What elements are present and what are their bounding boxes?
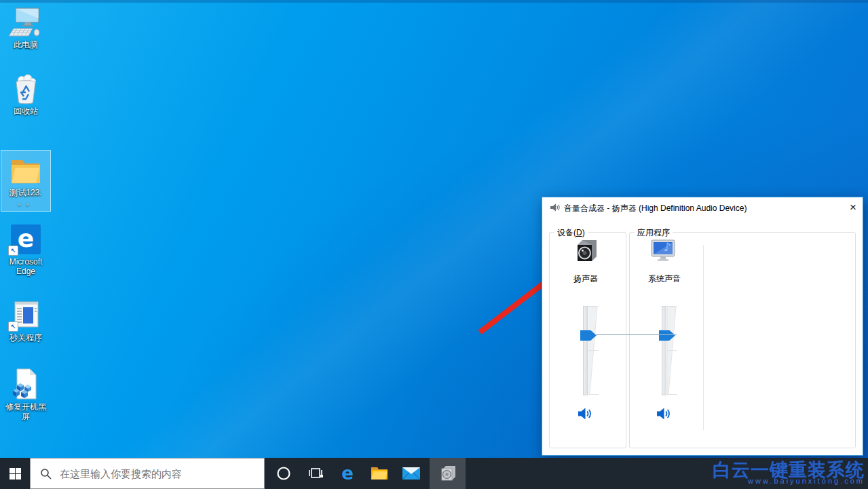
windows-logo-icon [10, 468, 21, 480]
icon-label-line2: 。。 [1, 197, 50, 207]
icon-label: 秒关程序 [0, 333, 52, 343]
slider-tick-top [667, 306, 677, 307]
shortcut-arrow-icon: ↖ [8, 321, 18, 332]
slider-tick-mid [667, 350, 677, 351]
taskbar: e [0, 458, 868, 489]
volume-slider-speakers[interactable] [574, 306, 604, 395]
recycle-bin-icon [0, 72, 52, 104]
desktop-icon-microsoft-edge[interactable]: e ↖ Microsoft Edge [0, 222, 52, 276]
device-group-label: 设备(D) [554, 227, 588, 239]
icon-label-line2: Edge [0, 267, 52, 276]
desktop-icon-this-pc[interactable]: 此电脑 [0, 5, 52, 50]
mute-button-speakers[interactable] [577, 406, 595, 423]
registry-file-icon [0, 368, 52, 400]
edge-icon: e [337, 463, 358, 484]
start-button[interactable] [0, 458, 30, 489]
slider-wedge [588, 307, 599, 395]
desktop: 此电脑 回收站 测试123. [0, 0, 868, 489]
speaker-app-icon [438, 464, 457, 483]
speaker-device-icon[interactable] [572, 238, 599, 269]
taskbar-mail-button[interactable] [395, 458, 427, 489]
folder-icon [1, 153, 50, 186]
taskbar-volume-mixer-button-active[interactable] [430, 458, 466, 489]
slider-track[interactable] [583, 306, 588, 395]
edge-icon: e ↖ [0, 222, 52, 255]
slider-tick-bottom [588, 394, 599, 395]
slider-wedge [667, 307, 677, 395]
taskbar-search[interactable] [30, 458, 265, 489]
slider-tick-top [588, 306, 599, 307]
icon-label: 此电脑 [0, 40, 52, 50]
volume-mixer-window: 音量合成器 - 扬声器 (High Definition Audio Devic… [542, 197, 863, 456]
slider-track[interactable] [662, 306, 666, 395]
application-column-divider [703, 245, 704, 430]
desktop-icon-fix-boot-black-screen[interactable]: 修复开机黑 屏 [0, 368, 52, 421]
mail-icon [402, 466, 421, 481]
applications-group-label: 应用程序 [635, 227, 673, 239]
icon-label: Microsoft [0, 257, 52, 267]
master-level-link-line [595, 334, 677, 335]
close-button[interactable]: × [845, 200, 861, 215]
task-view-button[interactable] [299, 458, 331, 489]
svg-text:♪: ♪ [664, 240, 671, 254]
window-titlebar[interactable]: 音量合成器 - 扬声器 (High Definition Audio Devic… [542, 197, 863, 218]
channel-label-system-sounds: 系统声音 [627, 273, 702, 285]
desktop-icon-folder-test123[interactable]: 测试123. 。。 [1, 151, 50, 211]
file-explorer-icon [370, 465, 389, 482]
icon-label-line2: 屏 [0, 412, 52, 421]
svg-text:e: e [18, 224, 34, 252]
shortcut-arrow-icon: ↖ [8, 246, 18, 256]
desktop-icon-miaoguan-chengxu[interactable]: ↖ 秒关程序 [0, 298, 52, 343]
cortana-button[interactable] [267, 458, 299, 489]
window-speaker-icon [550, 203, 560, 215]
mute-button-system-sounds[interactable] [656, 406, 673, 423]
device-label-post: ) [582, 228, 585, 237]
search-input[interactable] [58, 467, 264, 480]
channel-label-speakers: 扬声器 [548, 273, 623, 285]
slider-tick-mid [588, 350, 599, 351]
desktop-icon-recycle-bin[interactable]: 回收站 [0, 72, 52, 116]
search-icon [40, 468, 52, 480]
cortana-icon [276, 466, 291, 481]
taskbar-edge-button[interactable]: e [331, 458, 363, 489]
volume-slider-system-sounds[interactable] [653, 306, 683, 395]
svg-text:e: e [341, 463, 354, 484]
task-view-icon [307, 466, 324, 481]
icon-label: 回收站 [0, 106, 52, 116]
icon-label: 测试123. [1, 188, 50, 197]
slider-tick-bottom [667, 394, 677, 395]
app-window-icon: ↖ [0, 298, 52, 331]
icon-label: 修复开机黑 [0, 402, 52, 412]
this-pc-icon [0, 5, 52, 38]
device-label-pre: 设备( [557, 228, 576, 237]
window-title: 音量合成器 - 扬声器 (High Definition Audio Devic… [564, 203, 747, 214]
device-label-key: D [576, 228, 582, 237]
taskbar-file-explorer-button[interactable] [363, 458, 395, 489]
system-sounds-icon[interactable]: ♪ [649, 238, 680, 269]
screen-top-edge-strip [0, 0, 868, 3]
